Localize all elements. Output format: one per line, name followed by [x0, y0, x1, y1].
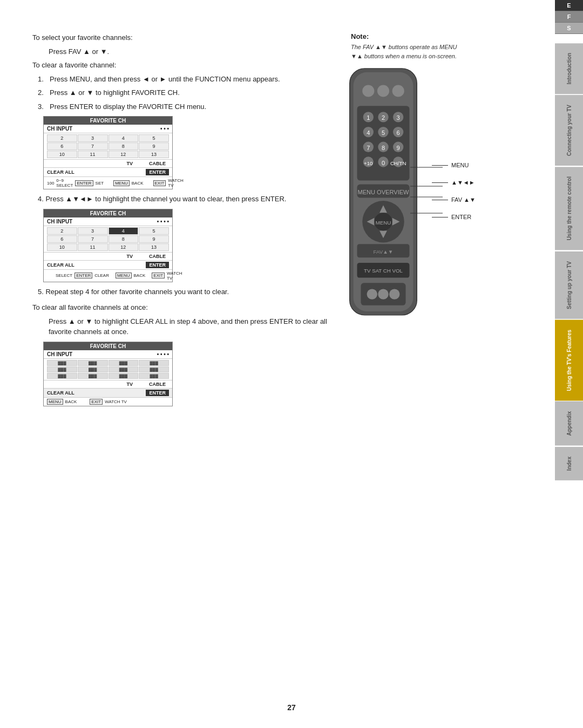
enter-btn-2: ENTER [146, 262, 169, 268]
step-3: 3. Press ENTER to display the FAVORITE C… [38, 101, 335, 112]
c3-2-1: ▓▓▓ [47, 366, 77, 372]
intro-select-channels: To select your favorite channels: [32, 32, 335, 43]
step-2-num: 2. [38, 87, 46, 98]
fav-menu-2: FAVORITE CH CH INPUT • • • • 2 3 4 5 6 7… [43, 209, 173, 282]
fav-menu-2-bottom: CLEAR ALL ENTER [44, 260, 172, 269]
cell-2-1: 6 [47, 142, 77, 150]
fav-menu-3-cols: TV CABLE [44, 380, 172, 388]
remote-labels: MENU ▲▼◄► FAV ▲▼ ENTER [432, 159, 476, 228]
fav-menu-2-grid: 2 3 4 5 6 7 8 9 10 11 12 13 [44, 226, 172, 252]
cell-1-4: 5 [139, 134, 169, 142]
legend2-clear: CLEAR [94, 273, 109, 278]
svg-text:FAV▲▼: FAV▲▼ [374, 249, 394, 255]
svg-text:MENU OVERVIEW: MENU OVERVIEW [357, 189, 409, 195]
svg-text:7: 7 [367, 145, 370, 151]
sidebar-tab-features[interactable]: Using the TV's Features [555, 320, 583, 401]
fav-menu-1-grid: 2 3 4 5 6 7 8 9 10 11 12 13 [44, 133, 172, 159]
remote-svg: 1 2 3 4 5 6 7 8 9 +10 0 CH/TN MENU OVERV… [335, 65, 432, 319]
legend2-watchtv: WATCH TV [167, 271, 182, 281]
c2-2-4: 9 [139, 235, 169, 243]
cell-1-2: 3 [78, 134, 108, 142]
step-1: 1. Press MENU, and then press ◄ or ► unt… [38, 74, 335, 85]
sidebar-tab-index[interactable]: Index [555, 447, 583, 480]
c2-3-4: 13 [139, 243, 169, 251]
label-nav: ▲▼◄► [432, 176, 476, 188]
svg-text:4: 4 [367, 130, 370, 136]
c3-1-2: ▓▓▓ [78, 360, 108, 366]
fav-menu-3: FAVORITE CH CH INPUT • • • • ▓▓▓ ▓▓▓ ▓▓▓… [43, 342, 173, 406]
c2-2-1: 6 [47, 235, 77, 243]
menu-line [432, 165, 448, 166]
legend3-menu: MENU [47, 399, 63, 405]
svg-text:+10: +10 [364, 160, 373, 166]
clear-all-intro: To clear all favorite channels at once: [32, 302, 335, 313]
step-4-text: 4. Press ▲▼◄► to highlight the channel y… [38, 194, 286, 205]
legend-back: BACK [132, 181, 144, 186]
c2-1-2: 3 [78, 227, 108, 235]
col3-cable: CABLE [149, 382, 166, 387]
page-number: 27 [287, 703, 296, 712]
fav-line [432, 200, 448, 200]
fav-menu-1-title: FAVORITE CH [44, 117, 172, 125]
col3-tv: TV [126, 382, 133, 387]
clear-all-2: CLEAR ALL [47, 262, 74, 268]
c2-1-1: 2 [47, 227, 77, 235]
step-5: 5. Repeat step 4 for other favorite chan… [38, 287, 335, 297]
cell-2-4: 9 [139, 142, 169, 150]
clear-all-label: CLEAR ALL [47, 169, 74, 175]
c2-3-2: 11 [78, 243, 108, 251]
enter-btn-3: ENTER [146, 390, 169, 396]
cell-2-2: 7 [78, 142, 108, 150]
sidebar-tab-remote[interactable]: Using the remote control [555, 167, 583, 250]
note-title: Note: [351, 32, 459, 40]
fav-menu-2-title: FAVORITE CH [44, 209, 172, 217]
legend3-watchtv: WATCH TV [105, 399, 127, 404]
fav-menu-3-bottom: CLEAR ALL ENTER [44, 388, 172, 397]
fav-menu-3-grid: ▓▓▓ ▓▓▓ ▓▓▓ ▓▓▓ ▓▓▓ ▓▓▓ ▓▓▓ ▓▓▓ ▓▓▓ ▓▓▓ … [44, 359, 172, 380]
intro-clear-channel: To clear a favorite channel: [32, 60, 335, 71]
fav-menu-2-header: CH INPUT • • • • [44, 217, 172, 226]
legend2-select: SELECT [56, 273, 72, 278]
svg-point-45 [378, 289, 388, 299]
legend-menu: MENU [113, 180, 130, 186]
step-1-num: 1. [38, 74, 46, 85]
c3-1-4: ▓▓▓ [139, 360, 169, 366]
fav3-dots: • • • • [157, 351, 169, 357]
c2-3-1: 10 [47, 243, 77, 251]
menu-label-text: MENU [451, 159, 469, 171]
legend3-back: BACK [65, 399, 77, 404]
enter-line [432, 217, 448, 217]
step-3-text: Press ENTER to display the FAVORITE CH m… [50, 101, 206, 112]
cell-3-4: 13 [139, 151, 169, 158]
legend-watchtv: WATCH TV [168, 178, 183, 188]
legend2-exit: EXIT [152, 273, 165, 278]
fav-menu-1-cols: TV CABLE [44, 159, 172, 167]
press-fav-instruction: Press FAV ▲ or ▼. [49, 46, 335, 57]
c2-1-4: 5 [139, 227, 169, 235]
sidebar-tab-introduction[interactable]: Introduction [555, 43, 583, 94]
fav-menu-2-cols: TV CABLE [44, 252, 172, 260]
sidebar-tab-appendix[interactable]: Appendix [555, 402, 583, 446]
label-e: E [555, 0, 583, 11]
steps-list: 1. Press MENU, and then press ◄ or ► unt… [38, 74, 335, 112]
cell-3-2: 11 [78, 151, 108, 158]
cell-2-3: 8 [109, 142, 139, 150]
fav-menu-2-legend: SELECT ENTER CLEAR MENU BACK EXIT WATCH … [44, 269, 172, 282]
legend-exit: EXIT [153, 180, 166, 186]
sidebar-tab-setup[interactable]: Setting up your TV [555, 251, 583, 319]
step-2-text: Press ▲ or ▼ to highlight FAVORITE CH. [50, 87, 180, 98]
c3-3-4: ▓▓▓ [139, 373, 169, 379]
c3-1-1: ▓▓▓ [47, 360, 77, 366]
nav-line [432, 182, 448, 183]
step-1-text: Press MENU, and then press ◄ or ► until … [50, 74, 280, 85]
clear-all-3: CLEAR ALL [47, 390, 74, 396]
step-4: 4. Press ▲▼◄► to highlight the channel y… [38, 194, 335, 205]
sidebar-tab-connecting[interactable]: Connecting your TV [555, 95, 583, 166]
c2-1-3: 4 [109, 227, 139, 235]
legend-100: 100 [47, 181, 54, 186]
label-s: S [555, 23, 583, 34]
fav-menu-3-legend: MENU BACK EXIT WATCH TV [44, 397, 172, 406]
fav-header-dots: • • • [160, 126, 169, 132]
sidebar: Introduction Connecting your TV Using th… [555, 43, 583, 691]
fav-menu-3-title: FAVORITE CH [44, 342, 172, 350]
